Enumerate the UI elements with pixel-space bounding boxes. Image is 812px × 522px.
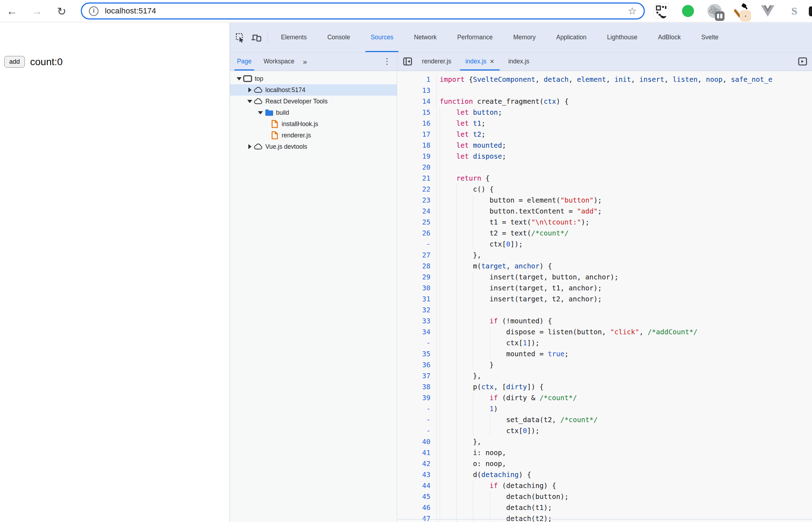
clipped-extension-icon[interactable]: [809, 6, 812, 16]
code-line-wrap-32[interactable]: - ctx[0]);: [397, 425, 812, 436]
code-line-18[interactable]: 18 let mounted;: [397, 140, 812, 151]
line-number[interactable]: 24: [397, 206, 437, 217]
line-number[interactable]: 25: [397, 217, 437, 228]
tree-item-react-developer-tools[interactable]: React Developer Tools: [230, 96, 397, 107]
line-number[interactable]: 34: [397, 327, 437, 337]
code-line-13[interactable]: 13: [397, 85, 812, 96]
code-line-46[interactable]: 46 detach(t1);: [397, 502, 812, 513]
code-line-33[interactable]: 33 if (!mounted) {: [397, 316, 812, 327]
line-number[interactable]: 14: [397, 96, 437, 107]
line-number[interactable]: 45: [397, 491, 437, 502]
tree-item-build[interactable]: build: [230, 107, 397, 118]
tab-memory[interactable]: Memory: [503, 23, 546, 52]
tab-elements[interactable]: Elements: [271, 23, 317, 52]
line-number[interactable]: 42: [397, 458, 437, 469]
reload-icon[interactable]: ↻: [54, 4, 69, 19]
tree-item-localhost-5174[interactable]: localhost:5174: [230, 84, 397, 96]
svelte-extension-icon[interactable]: S: [786, 3, 802, 19]
line-number[interactable]: 37: [397, 370, 437, 381]
line-number[interactable]: -: [397, 337, 437, 348]
kebab-menu-icon[interactable]: ⋮: [377, 52, 397, 70]
code-editor[interactable]: 1import {SvelteComponent, detach, elemen…: [397, 71, 812, 522]
pickaxe-extension-icon[interactable]: [733, 3, 749, 19]
code-line-41[interactable]: 41 i: noop,: [397, 447, 812, 458]
code-line-34[interactable]: 34 dispose = listen(button, "click", /*a…: [397, 327, 812, 337]
line-number[interactable]: 19: [397, 151, 437, 162]
device-toolbar-icon[interactable]: [248, 23, 265, 52]
forward-icon[interactable]: →: [29, 4, 45, 19]
more-tabs-icon[interactable]: »: [299, 52, 310, 70]
tab-console[interactable]: Console: [317, 23, 360, 52]
code-line-26[interactable]: 26 t2 = text(/*count*/: [397, 228, 812, 239]
code-line-25[interactable]: 25 t1 = text("\n\tcount:");: [397, 217, 812, 228]
add-button[interactable]: add: [4, 56, 25, 68]
tree-item-vue-js-devtools[interactable]: Vue.js devtools: [230, 141, 397, 152]
code-line-22[interactable]: 22 c() {: [397, 184, 812, 195]
editor-tab-index-js-2[interactable]: index.js: [501, 52, 536, 70]
editor-tab-index-js-1[interactable]: index.js×: [458, 52, 501, 70]
chevron-right-icon[interactable]: [246, 144, 254, 149]
line-number[interactable]: -: [397, 239, 437, 250]
tab-svelte[interactable]: Svelte: [691, 23, 729, 52]
code-line-16[interactable]: 16 let t1;: [397, 118, 812, 129]
line-number[interactable]: -: [397, 425, 437, 436]
code-line-32[interactable]: 32: [397, 305, 812, 316]
line-number[interactable]: 18: [397, 140, 437, 151]
line-number[interactable]: 27: [397, 250, 437, 261]
line-number[interactable]: 13: [397, 85, 437, 96]
sidebar-tab-workspace[interactable]: Workspace: [259, 52, 299, 70]
show-right-panel-icon[interactable]: [795, 52, 810, 70]
code-line-1[interactable]: 1import {SvelteComponent, detach, elemen…: [397, 74, 812, 85]
code-line-45[interactable]: 45 detach(button);: [397, 491, 812, 502]
code-line-29[interactable]: 29 insert(target, button, anchor);: [397, 272, 812, 283]
code-line-47[interactable]: 47 detach(t2);: [397, 513, 812, 522]
tree-item-installhook-js[interactable]: installHook.js: [230, 118, 397, 130]
code-line-30[interactable]: 30 insert(target, t1, anchor);: [397, 283, 812, 294]
code-line-20[interactable]: 20: [397, 162, 812, 173]
code-line-27[interactable]: 27 },: [397, 250, 812, 261]
line-number[interactable]: 16: [397, 118, 437, 129]
code-line-40[interactable]: 40 },: [397, 436, 812, 447]
code-line-28[interactable]: 28 m(target, anchor) {: [397, 261, 812, 272]
chevron-down-icon[interactable]: [246, 100, 254, 103]
line-number[interactable]: 36: [397, 359, 437, 370]
code-line-43[interactable]: 43 d(detaching) {: [397, 469, 812, 480]
line-number[interactable]: 1: [397, 74, 437, 85]
chevron-down-icon[interactable]: [235, 77, 243, 80]
back-icon[interactable]: ←: [4, 4, 20, 19]
line-number[interactable]: 31: [397, 294, 437, 305]
code-line-19[interactable]: 19 let dispose;: [397, 151, 812, 162]
line-number[interactable]: 30: [397, 283, 437, 294]
line-number[interactable]: 26: [397, 228, 437, 239]
line-number[interactable]: 39: [397, 392, 437, 403]
line-number[interactable]: 44: [397, 480, 437, 491]
line-number[interactable]: 17: [397, 129, 437, 140]
line-number[interactable]: 47: [397, 513, 437, 522]
line-number[interactable]: 23: [397, 195, 437, 206]
qr-extension-icon[interactable]: [654, 3, 669, 19]
close-tab-icon[interactable]: ×: [490, 57, 494, 66]
line-number[interactable]: 28: [397, 261, 437, 272]
line-number[interactable]: 32: [397, 305, 437, 316]
line-number[interactable]: 29: [397, 272, 437, 283]
inspect-element-icon[interactable]: [232, 23, 248, 52]
line-number[interactable]: 40: [397, 436, 437, 447]
tab-lighthouse[interactable]: Lighthouse: [597, 23, 648, 52]
tab-sources[interactable]: Sources: [360, 23, 404, 52]
line-number[interactable]: -: [397, 403, 437, 414]
tree-item-top[interactable]: top: [230, 73, 397, 84]
line-number[interactable]: 20: [397, 162, 437, 173]
tab-performance[interactable]: Performance: [447, 23, 503, 52]
code-line-wrap-30[interactable]: - 1): [397, 403, 812, 414]
address-bar[interactable]: i localhost:5174 ☆: [81, 2, 645, 19]
status-dot-extension-icon[interactable]: [680, 3, 696, 19]
code-line-44[interactable]: 44 if (detaching) {: [397, 480, 812, 491]
code-line-17[interactable]: 17 let t2;: [397, 129, 812, 140]
code-line-23[interactable]: 23 button = element("button");: [397, 195, 812, 206]
line-number[interactable]: 15: [397, 107, 437, 118]
tree-item-renderer-js[interactable]: renderer.js: [230, 130, 397, 141]
sidebar-tab-page[interactable]: Page: [232, 52, 256, 70]
line-number[interactable]: 21: [397, 173, 437, 184]
code-line-42[interactable]: 42 o: noop,: [397, 458, 812, 469]
line-number[interactable]: 35: [397, 348, 437, 359]
